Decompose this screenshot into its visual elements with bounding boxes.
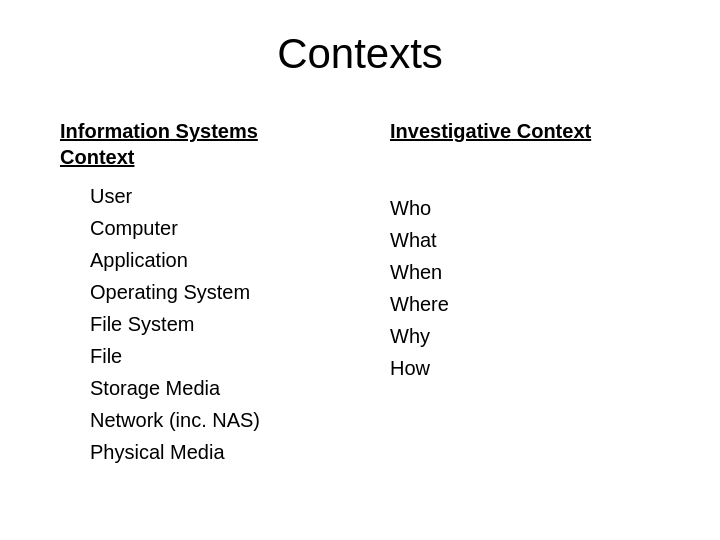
right-section-header: Investigative Context (390, 118, 680, 144)
list-item: File (90, 340, 350, 372)
right-column: Investigative Context WhoWhatWhenWhereWh… (350, 118, 680, 468)
left-section-header: Information Systems Context (60, 118, 350, 170)
list-item: Where (390, 288, 680, 320)
list-item: When (390, 256, 680, 288)
list-item: Computer (90, 212, 350, 244)
list-item: Operating System (90, 276, 350, 308)
page: Contexts Information Systems Context Use… (0, 0, 720, 540)
left-column: Information Systems Context UserComputer… (40, 118, 350, 468)
list-item: User (90, 180, 350, 212)
list-item: What (390, 224, 680, 256)
list-item: Storage Media (90, 372, 350, 404)
right-list: WhoWhatWhenWhereWhyHow (390, 192, 680, 384)
list-item: Physical Media (90, 436, 350, 468)
list-item: How (390, 352, 680, 384)
list-item: Application (90, 244, 350, 276)
page-title: Contexts (277, 30, 443, 78)
list-item: Who (390, 192, 680, 224)
content-area: Information Systems Context UserComputer… (0, 118, 720, 468)
list-item: File System (90, 308, 350, 340)
left-list: UserComputerApplicationOperating SystemF… (60, 180, 350, 468)
list-item: Why (390, 320, 680, 352)
list-item: Network (inc. NAS) (90, 404, 350, 436)
